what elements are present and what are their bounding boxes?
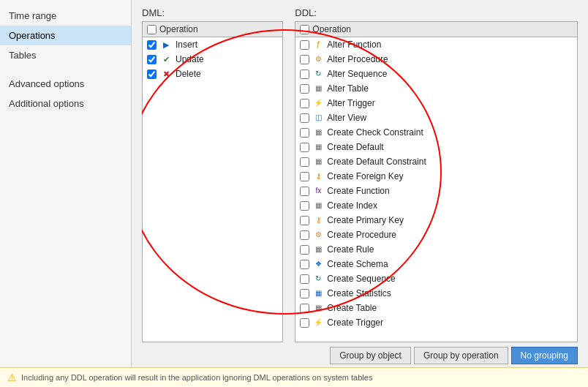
ddl-checkbox[interactable] [300,245,309,255]
ddl-panel: DDL: Operation ƒAlter Function⚙Alter Pro… [295,7,578,342]
ddl-row-icon: ▦ [313,200,323,211]
panels-wrapper: DML: Operation ▶ Insert [142,7,578,342]
ddl-checkbox[interactable] [300,230,309,240]
ddl-row-icon: ▦ [313,288,323,298]
ddl-checkbox[interactable] [300,113,309,123]
dml-checkbox-insert[interactable] [147,40,157,50]
insert-icon: ▶ [160,39,172,50]
ddl-row-icon: ⚡ [313,318,323,328]
dml-checkbox-delete[interactable] [147,69,157,79]
ddl-checkbox[interactable] [300,289,309,298]
no-grouping-button[interactable]: No grouping [511,347,578,364]
ddl-checkbox[interactable] [300,172,309,181]
ddl-checkbox[interactable] [300,84,309,94]
ddl-row-icon: ƒ [313,40,323,50]
ddl-row-icon: ⚙ [313,230,323,240]
ddl-row: ⚡Create Trigger [295,315,577,330]
ddl-row: ▦Alter Table [295,81,577,96]
ddl-row-icon: ▦ [313,244,323,255]
sidebar-item-additional-options[interactable]: Additional options [0,94,131,113]
ddl-row: ⚡Alter Trigger [295,96,577,110]
dml-checkbox-update[interactable] [147,55,157,64]
ddl-checkbox[interactable] [300,40,309,50]
ddl-checkbox[interactable] [300,274,309,284]
ddl-row: ƒAlter Function [295,37,577,52]
ddl-row-icon: ⚷ [313,215,323,225]
ddl-header: Operation [295,22,577,37]
ddl-row-icon: ⚷ [313,171,323,181]
dml-row-delete: ✖ Delete [143,67,282,81]
update-icon: ✔ [160,53,172,65]
ddl-label: DDL: [295,7,578,18]
dml-panel: DML: Operation ▶ Insert [142,7,283,342]
ddl-row: ▦Create Check Constraint [295,125,577,140]
warning-icon: ⚠ [7,372,17,383]
ddl-checkbox[interactable] [300,187,309,196]
ddl-checkbox[interactable] [300,128,309,138]
dml-header: Operation [143,22,282,37]
sidebar-item-operations[interactable]: Operations [0,26,131,45]
ddl-table: Operation ƒAlter Function⚙Alter Procedur… [295,21,578,342]
ddl-row-icon: ❖ [313,259,323,269]
ddl-row: ▦Create Index [295,198,577,213]
ddl-row-icon: ⚡ [313,98,323,108]
ddl-row-icon: ▦ [313,127,323,138]
ddl-row-icon: ▦ [313,157,323,167]
ddl-checkbox[interactable] [300,318,309,328]
ddl-row: ⚙Create Procedure [295,228,577,242]
ddl-checkbox[interactable] [300,201,309,211]
ddl-row: ▦Create Default Constraint [295,154,577,169]
ddl-row: ◫Alter View [295,110,577,125]
dml-row-insert: ▶ Insert [143,37,282,52]
ddl-row-icon: ▦ [313,303,323,313]
ddl-row: ▦Create Table [295,301,577,315]
sidebar-item-advanced-options[interactable]: Advanced options [0,74,131,94]
ddl-row-icon: fx [313,186,323,196]
sidebar: Time range Operations Tables Advanced op… [0,0,132,367]
ddl-row: ↻Create Sequence [295,271,577,286]
dml-label: DML: [142,7,283,18]
group-by-operation-button[interactable]: Group by operation [414,347,508,364]
ddl-row-icon: ↻ [313,69,323,79]
ddl-row: ▦Create Statistics [295,286,577,301]
footer-warning: ⚠ Including any DDL operation will resul… [0,367,588,387]
ddl-row: ▦Create Rule [295,242,577,257]
ddl-header-checkbox[interactable] [300,25,309,34]
ddl-checkbox[interactable] [300,216,309,225]
dml-header-checkbox[interactable] [147,25,157,34]
ddl-row-icon: ▦ [313,83,323,94]
ddl-row: fxCreate Function [295,184,577,198]
dml-row-update: ✔ Update [143,52,282,67]
ddl-row: ❖Create Schema [295,257,577,271]
ddl-row: ⚙Alter Procedure [295,52,577,67]
group-by-object-button[interactable]: Group by object [330,347,411,364]
ddl-body[interactable]: ƒAlter Function⚙Alter Procedure↻Alter Se… [295,37,577,342]
sidebar-item-time-range[interactable]: Time range [0,6,131,26]
dml-table: Operation ▶ Insert ✔ Update [142,21,283,342]
ddl-checkbox[interactable] [300,99,309,108]
ddl-checkbox[interactable] [300,157,309,167]
ddl-row: ⚷Create Primary Key [295,213,577,228]
ddl-row-icon: ◫ [313,113,323,123]
ddl-checkbox[interactable] [300,143,309,152]
delete-icon: ✖ [160,68,172,80]
ddl-checkbox[interactable] [300,69,309,79]
ddl-row-icon: ▦ [313,142,323,152]
bottom-buttons: Group by object Group by operation No gr… [142,342,578,367]
ddl-row-icon: ↻ [313,274,323,284]
ddl-row: ⚷Create Foreign Key [295,169,577,184]
ddl-checkbox[interactable] [300,260,309,269]
ddl-row: ▦Create Default [295,140,577,154]
dml-body[interactable]: ▶ Insert ✔ Update ✖ Delete [143,37,282,342]
content-area: DML: Operation ▶ Insert [132,0,588,367]
ddl-checkbox[interactable] [300,55,309,64]
sidebar-item-tables[interactable]: Tables [0,45,131,65]
ddl-row: ↻Alter Sequence [295,67,577,81]
ddl-row-icon: ⚙ [313,54,323,64]
ddl-checkbox[interactable] [300,304,309,313]
